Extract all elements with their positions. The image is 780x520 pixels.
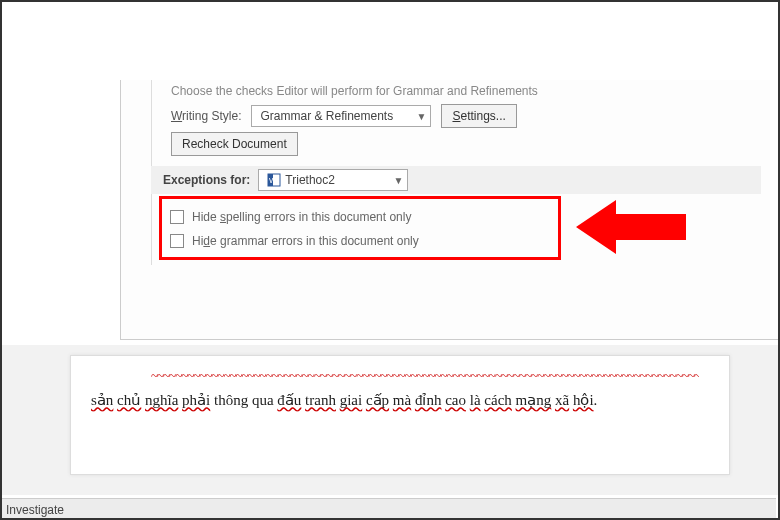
- settings-button[interactable]: Settings...: [441, 104, 516, 128]
- exceptions-for-dropdown[interactable]: W Triethoc2 ▼: [258, 169, 408, 191]
- recheck-document-label: Recheck Document: [182, 137, 287, 151]
- exceptions-for-label: Exceptions for:: [163, 173, 250, 187]
- svg-text:W: W: [269, 176, 277, 185]
- hide-spelling-errors-row[interactable]: Hide spelling errors in this document on…: [170, 205, 550, 229]
- chevron-down-icon: ▼: [393, 175, 403, 186]
- settings-button-label: Settings...: [452, 109, 505, 123]
- hide-spelling-errors-label: Hide spelling errors in this document on…: [192, 210, 411, 224]
- exceptions-for-section: Exceptions for: W Triethoc2 ▼: [151, 166, 761, 194]
- writing-style-value: Grammar & Refinements: [260, 109, 393, 123]
- recheck-document-button[interactable]: Recheck Document: [171, 132, 298, 156]
- hide-grammar-errors-row[interactable]: Hide grammar errors in this document onl…: [170, 229, 550, 253]
- svg-marker-3: [576, 200, 686, 254]
- proofing-wavy-underline: ~~~~~~~~~~~~~~~~~~~~~~~~~~~~~~~~~~~~~~~~…: [151, 368, 699, 382]
- options-dialog-panel: Choose the checks Editor will perform fo…: [120, 80, 780, 340]
- hide-spelling-errors-checkbox[interactable]: [170, 210, 184, 224]
- hide-grammar-errors-checkbox[interactable]: [170, 234, 184, 248]
- document-page: ~~~~~~~~~~~~~~~~~~~~~~~~~~~~~~~~~~~~~~~~…: [70, 355, 730, 475]
- exceptions-for-value: Triethoc2: [285, 173, 335, 187]
- word-document-icon: W: [267, 173, 281, 187]
- writing-style-label: Writing Style:: [171, 109, 241, 123]
- document-text-line: sản chủ nghĩa phải thông qua đấu tranh g…: [91, 388, 709, 412]
- status-investigate-label[interactable]: Investigate: [6, 503, 64, 517]
- hide-grammar-errors-label: Hide grammar errors in this document onl…: [192, 234, 419, 248]
- writing-style-dropdown[interactable]: Grammar & Refinements ▼: [251, 105, 431, 127]
- chevron-down-icon: ▼: [417, 111, 427, 122]
- status-bar: Investigate: [0, 498, 776, 520]
- annotation-highlight-box: Hide spelling errors in this document on…: [159, 196, 561, 260]
- section-description: Choose the checks Editor will perform fo…: [171, 84, 538, 98]
- writing-style-row: Writing Style: Grammar & Refinements ▼ S…: [171, 104, 517, 128]
- annotation-arrow-icon: [576, 192, 686, 262]
